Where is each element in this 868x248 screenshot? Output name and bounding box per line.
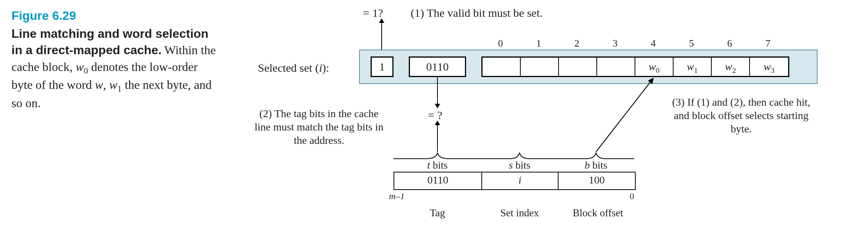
address-table: 0110 i 100	[394, 172, 636, 190]
addr-set-value: i	[482, 172, 559, 189]
block-cell-7: w3	[750, 58, 788, 76]
selected-set-label: Selected set (i):	[258, 60, 329, 76]
arrow-tag-down	[437, 77, 438, 108]
step-1-text: (1) The valid bit must be set.	[411, 5, 542, 21]
addr-header-t: t bits	[394, 158, 481, 172]
byte-index-2: 2	[558, 37, 596, 50]
byte-index-0: 0	[481, 37, 520, 50]
arrow-tag-up	[437, 121, 438, 152]
addr-header-b: b bits	[558, 158, 634, 172]
figure-caption: Figure 6.29 Line matching and word selec…	[11, 8, 222, 240]
byte-index-6: 6	[711, 37, 749, 50]
byte-index-5: 5	[672, 37, 711, 50]
addr-offset-value: 100	[559, 172, 635, 189]
block-cell-2	[559, 58, 597, 76]
block-cell-3	[597, 58, 635, 76]
figure-number: Figure 6.29	[11, 8, 222, 24]
block-cell-0	[483, 58, 521, 76]
addr-header-s: s bits	[481, 158, 558, 172]
byte-index-7: 7	[749, 37, 787, 50]
step-3-text: (3) If (1) and (2), then cache hit, and …	[669, 95, 814, 135]
addr-right-label: 0	[630, 190, 634, 202]
tag-box: 0110	[409, 56, 466, 77]
addr-left-label: m–1	[389, 190, 405, 202]
addr-footer-set: Set index	[481, 206, 558, 220]
addr-footer-tag: Tag	[394, 206, 481, 220]
block-cell-1	[521, 58, 559, 76]
block-cell-5: w1	[674, 58, 712, 76]
block-cell-4: w0	[635, 58, 674, 76]
cache-block: w0 w1 w2 w3	[481, 56, 789, 77]
addr-footer-off: Block offset	[554, 206, 642, 220]
block-cell-6: w2	[712, 58, 750, 76]
byte-index-4: 4	[634, 37, 672, 50]
step-2-text: (2) The tag bits in the cache line must …	[252, 107, 386, 147]
valid-bit-box: 1	[371, 56, 394, 77]
byte-index-1: 1	[520, 37, 558, 50]
byte-index-3: 3	[596, 37, 634, 50]
svg-line-0	[596, 78, 653, 152]
addr-tag-value: 0110	[394, 172, 482, 189]
diagram: = 1? (1) The valid bit must be set. 0 1 …	[237, 8, 857, 240]
